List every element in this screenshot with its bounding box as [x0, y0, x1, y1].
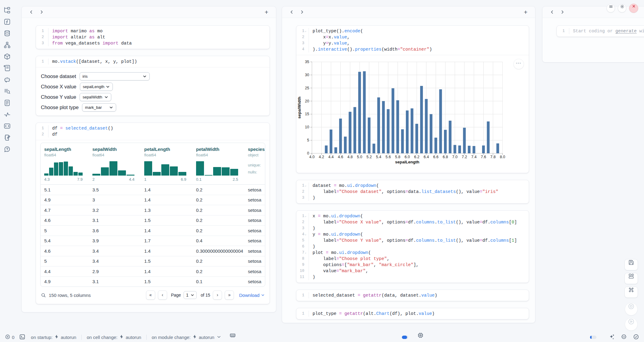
svg-text:5.0: 5.0: [357, 155, 362, 159]
column-left-button[interactable]: [27, 8, 35, 16]
on-startup-setting[interactable]: on startup:autorun: [31, 334, 76, 340]
errors-indicator[interactable]: 0: [5, 334, 14, 340]
column-header-sepalWidth[interactable]: sepalWidthfloat6424.4: [89, 143, 141, 184]
table-row[interactable]: 4.73.21.30.2setosa: [41, 205, 265, 215]
connection-status-button[interactable]: [633, 334, 639, 341]
table-cell: 2.9: [89, 269, 141, 274]
column-1-header: +: [22, 6, 276, 18]
dropdown-select-choose-x-value[interactable]: sepalLength: [80, 83, 113, 91]
vstack-code-editor[interactable]: 1⌄mo.vstack([dataset, x, y, plot]): [36, 56, 270, 67]
table-cell: 5: [41, 258, 89, 264]
sidebar-item-packages[interactable]: [3, 53, 11, 60]
sidebar-item-help[interactable]: [3, 145, 11, 153]
svg-text:7.2: 7.2: [462, 155, 467, 159]
on-module-change-setting[interactable]: on module change:autorun: [152, 334, 221, 340]
table-cell: 1.5: [141, 258, 192, 264]
table-cell: 0.1: [192, 279, 244, 284]
selected-dataset-code-editor[interactable]: 1⌄selected_dataset = getattr(data, datas…: [296, 290, 529, 301]
download-button[interactable]: Download: [239, 293, 265, 298]
terminal-button[interactable]: [19, 334, 25, 341]
column-histogram: [92, 160, 134, 176]
generate-link[interactable]: generate: [615, 29, 637, 34]
table-cell: 4.6: [41, 248, 89, 254]
page-select[interactable]: 1: [184, 291, 197, 299]
plot-type-code-editor[interactable]: 1⌄plot_type = getattr(alt.Chart(df), plo…: [296, 308, 529, 319]
sidebar-item-notes[interactable]: [3, 134, 11, 141]
table-row[interactable]: 4.63.11.50.2setosa: [41, 215, 265, 226]
imports-code-editor[interactable]: 1⌄import marimo as mo2⌄import altair as …: [36, 26, 270, 49]
dataframe-table: sepalLengthfloat644.37.9sepalWidthfloat6…: [40, 143, 265, 287]
table-row[interactable]: 53.61.40.2setosa: [41, 225, 265, 236]
empty-code-editor[interactable]: 1⌄ Start coding or generate with AI: [557, 26, 644, 37]
next-page-button[interactable]: ›: [213, 290, 222, 300]
last-page-button[interactable]: »: [225, 290, 234, 300]
add-cell-button[interactable]: +: [263, 8, 270, 16]
chart-menu-button[interactable]: •••: [513, 59, 524, 69]
sidebar-item-scratchpad[interactable]: [3, 87, 11, 95]
memory-icon: [230, 332, 397, 342]
layout-icon: [625, 273, 638, 284]
add-cell-button[interactable]: +: [522, 8, 530, 16]
table-row[interactable]: 5.13.51.40.2setosa: [41, 184, 265, 195]
shutdown-button[interactable]: [629, 4, 638, 13]
table-cell: 3.4: [89, 248, 141, 254]
sidebar-item-file-tree[interactable]: [3, 6, 11, 14]
df-code-editor[interactable]: 1⌄df = selected_dataset()2⌄df: [36, 123, 270, 140]
sidebar-item-documentation[interactable]: [3, 99, 11, 106]
first-page-button[interactable]: «: [146, 290, 155, 300]
settings-button[interactable]: [618, 4, 626, 12]
svg-text:7.8: 7.8: [490, 155, 496, 159]
xyplot-code-editor[interactable]: 1⌄x = mo.ui.dropdown(2⌄ label="Choose X …: [296, 211, 529, 283]
table-row[interactable]: 4.63.41.40.30000000000000004setosa: [41, 246, 265, 256]
circle-check-icon: [633, 334, 639, 341]
column-left-button[interactable]: [548, 8, 556, 16]
table-row[interactable]: 4.93.11.50.1setosa: [41, 276, 265, 287]
stop-circle-icon: [625, 303, 637, 315]
stop-button[interactable]: [625, 303, 638, 315]
sidebar-item-ai-chat[interactable]: [3, 76, 11, 83]
chevron-down-icon: [261, 293, 265, 297]
run-button[interactable]: [625, 318, 638, 331]
dropdown-select-choose-plot-type[interactable]: mark_bar: [82, 103, 116, 112]
table-row[interactable]: 4.42.91.40.2setosa: [41, 266, 265, 276]
column-right-button[interactable]: [558, 8, 566, 16]
dataset-code-editor[interactable]: 1⌄dataset = mo.ui.dropdown(2⌄ label="Cho…: [296, 180, 529, 203]
save-button[interactable]: [624, 259, 638, 270]
column-right-button[interactable]: [298, 8, 306, 16]
sidebar-item-functions[interactable]: [3, 18, 11, 25]
column-header-petalLength[interactable]: petalLengthfloat6416.9: [141, 143, 192, 184]
keyboard-shortcuts-button[interactable]: [624, 287, 638, 298]
column-header-species[interactable]: speciesobjectunique:nulls:: [244, 143, 265, 184]
sidebar-item-snippets[interactable]: [3, 122, 11, 130]
search-icon[interactable]: [41, 293, 46, 298]
altair-bar-chart[interactable]: 4.04.24.44.64.85.05.25.45.65.86.06.26.46…: [296, 57, 521, 169]
column-header-petalWidth[interactable]: petalWidthfloat640.12.5: [192, 143, 244, 184]
layout-button[interactable]: [624, 273, 638, 284]
dropdown-select-choose-dataset[interactable]: iris: [80, 72, 150, 80]
plot-code-editor[interactable]: 1⌄plot_type().encode(2⌄ x=x.value,3⌄ y=y…: [296, 26, 529, 55]
table-cell: setosa: [244, 258, 265, 264]
menu-button[interactable]: [606, 4, 615, 12]
sidebar-item-logs[interactable]: [3, 64, 11, 72]
svg-text:4.2: 4.2: [319, 155, 324, 159]
sidebar-item-dependency-graph[interactable]: [3, 41, 11, 48]
on-cell-change-setting[interactable]: on cell change:autorun: [87, 334, 141, 340]
prev-page-button[interactable]: ‹: [158, 290, 167, 300]
table-header-row: sepalLengthfloat644.37.9sepalWidthfloat6…: [41, 143, 265, 184]
column-left-button[interactable]: [288, 8, 295, 16]
table-row[interactable]: 53.41.50.2setosa: [41, 256, 265, 266]
table-row[interactable]: 4.931.40.2setosa: [41, 195, 265, 205]
dropdown-select-choose-y-value[interactable]: sepalWidth: [80, 93, 111, 101]
column-right-button[interactable]: [38, 8, 45, 16]
sidebar-item-tracing[interactable]: [3, 111, 11, 118]
cell-xyplot-dropdowns: 1⌄x = mo.ui.dropdown(2⌄ label="Choose X …: [296, 210, 529, 283]
column-header-sepalLength[interactable]: sepalLengthfloat644.37.9: [41, 143, 89, 184]
cell-empty: 1⌄ Start coding or generate with AI: [556, 25, 644, 37]
ai-sparkles-button[interactable]: [609, 334, 615, 341]
copilot-button[interactable]: [621, 334, 627, 341]
memory-usage-bar: [402, 336, 408, 339]
svg-text:5.2: 5.2: [367, 155, 372, 159]
sidebar-item-datasources[interactable]: [3, 30, 11, 37]
table-cell: 0.4: [192, 238, 244, 243]
table-row[interactable]: 5.43.91.70.4setosa: [41, 236, 265, 246]
